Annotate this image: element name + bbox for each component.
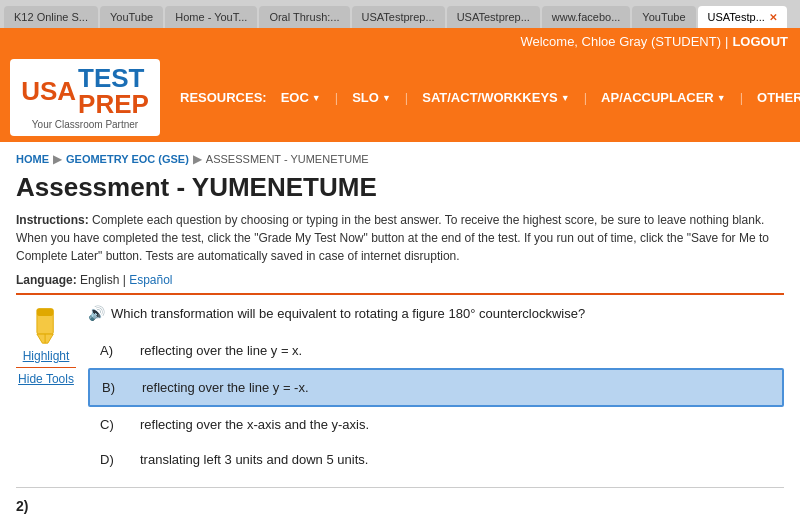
nav-links: RESOURCES: EOC ▼ | SLO ▼ | SAT/ACT/WORKK…	[180, 90, 800, 105]
tab-home-youtube[interactable]: Home - YouT...	[165, 6, 257, 28]
nav-sep1: |	[335, 90, 338, 105]
tab-usatestprep-active[interactable]: USATestp... ✕	[698, 6, 787, 28]
option-d-text: translating left 3 units and down 5 unit…	[140, 452, 368, 467]
option-a[interactable]: A) reflecting over the line y = x.	[88, 333, 784, 368]
highlighter-icon	[28, 305, 64, 345]
option-a-letter: A)	[100, 343, 140, 358]
page-title: Assessment - YUMENETUME	[16, 172, 784, 203]
breadcrumb-geometry[interactable]: GEOMETRY EOC (GSE)	[66, 153, 189, 165]
language-bar: Language: English | Español	[16, 273, 784, 295]
breadcrumb-home[interactable]: HOME	[16, 153, 49, 165]
breadcrumb: HOME ▶ GEOMETRY EOC (GSE) ▶ ASSESSMENT -…	[16, 152, 784, 166]
language-label: Language:	[16, 273, 77, 287]
nav-sep4: |	[740, 90, 743, 105]
resources-label: RESOURCES:	[180, 90, 267, 105]
tab-usatestprep1[interactable]: USATestprep...	[352, 6, 445, 28]
welcome-text: Welcome, Chloe Gray (STUDENT)	[520, 34, 721, 49]
tab-facebook[interactable]: www.facebo...	[542, 6, 630, 28]
instructions-label: Instructions:	[16, 213, 89, 227]
option-d[interactable]: D) translating left 3 units and down 5 u…	[88, 442, 784, 477]
language-english: English	[80, 273, 119, 287]
question-1-text: 🔊 Which transformation will be equivalen…	[88, 305, 784, 321]
nav-sat-arrow: ▼	[561, 93, 570, 103]
audio-icon[interactable]: 🔊	[88, 305, 105, 321]
option-c[interactable]: C) reflecting over the x-axis and the y-…	[88, 407, 784, 442]
nav-eoc-arrow: ▼	[312, 93, 321, 103]
option-c-letter: C)	[100, 417, 140, 432]
question-2-number: 2)	[16, 498, 784, 514]
active-tab-label: USATestp...	[708, 11, 765, 23]
hide-tools-link[interactable]: Hide Tools	[16, 367, 76, 386]
welcome-bar: Welcome, Chloe Gray (STUDENT) | LOGOUT	[0, 28, 800, 55]
logo-test: TEST	[78, 65, 149, 91]
tab-k12[interactable]: K12 Online S...	[4, 6, 98, 28]
tab-youtube2[interactable]: YouTube	[632, 6, 695, 28]
nav-ap[interactable]: AP/ACCUPLACER ▼	[601, 90, 726, 105]
nav-ap-label: AP/ACCUPLACER	[601, 90, 714, 105]
tab-close-icon[interactable]: ✕	[769, 12, 777, 23]
tab-oral-thrush[interactable]: Oral Thrush:...	[259, 6, 349, 28]
logo: USA TEST PREP Your Classroom Partner	[10, 59, 160, 136]
question-1-area: Highlight Hide Tools 🔊 Which transformat…	[16, 305, 784, 477]
nav-sep2: |	[405, 90, 408, 105]
nav-slo-label: SLO	[352, 90, 379, 105]
nav-other-tests[interactable]: OTHER TESTS ▼	[757, 90, 800, 105]
answer-options: A) reflecting over the line y = x. B) re…	[88, 333, 784, 477]
breadcrumb-assessment: ASSESSMENT - YUMENETUME	[206, 153, 369, 165]
main-content: HOME ▶ GEOMETRY EOC (GSE) ▶ ASSESSMENT -…	[0, 142, 800, 517]
nav-sat[interactable]: SAT/ACT/WORKKEYS ▼	[422, 90, 569, 105]
option-b-letter: B)	[102, 380, 142, 395]
option-a-text: reflecting over the line y = x.	[140, 343, 302, 358]
option-b[interactable]: B) reflecting over the line y = -x.	[88, 368, 784, 407]
nav-slo-arrow: ▼	[382, 93, 391, 103]
nav-other-tests-label: OTHER TESTS	[757, 90, 800, 105]
nav-slo[interactable]: SLO ▼	[352, 90, 391, 105]
question-1-body: Which transformation will be equivalent …	[111, 306, 585, 321]
nav-eoc[interactable]: EOC ▼	[281, 90, 321, 105]
nav-ap-arrow: ▼	[717, 93, 726, 103]
highlight-link[interactable]: Highlight	[23, 349, 70, 363]
option-c-text: reflecting over the x-axis and the y-axi…	[140, 417, 369, 432]
svg-rect-1	[37, 309, 53, 316]
option-b-text: reflecting over the line y = -x.	[142, 380, 309, 395]
question-separator	[16, 487, 784, 488]
breadcrumb-sep1: ▶	[53, 152, 62, 166]
option-d-letter: D)	[100, 452, 140, 467]
browser-tabs: K12 Online S... YouTube Home - YouT... O…	[0, 0, 800, 28]
bar-separator: |	[725, 34, 728, 49]
nav-sat-label: SAT/ACT/WORKKEYS	[422, 90, 558, 105]
logo-prep: PREP	[78, 91, 149, 117]
question-1-content: 🔊 Which transformation will be equivalen…	[88, 305, 784, 477]
instructions-text: Instructions: Complete each question by …	[16, 211, 784, 265]
logo-tagline: Your Classroom Partner	[32, 119, 138, 130]
site-header: USA TEST PREP Your Classroom Partner RES…	[0, 55, 800, 142]
tab-usatestprep2[interactable]: USATestprep...	[447, 6, 540, 28]
tab-youtube1[interactable]: YouTube	[100, 6, 163, 28]
nav-eoc-label: EOC	[281, 90, 309, 105]
breadcrumb-sep2: ▶	[193, 152, 202, 166]
tools-panel: Highlight Hide Tools	[16, 305, 76, 477]
instructions-body: Complete each question by choosing or ty…	[16, 213, 769, 263]
logout-link[interactable]: LOGOUT	[732, 34, 788, 49]
logo-usa: USA	[21, 78, 76, 104]
nav-sep3: |	[584, 90, 587, 105]
language-spanish-link[interactable]: Español	[129, 273, 172, 287]
